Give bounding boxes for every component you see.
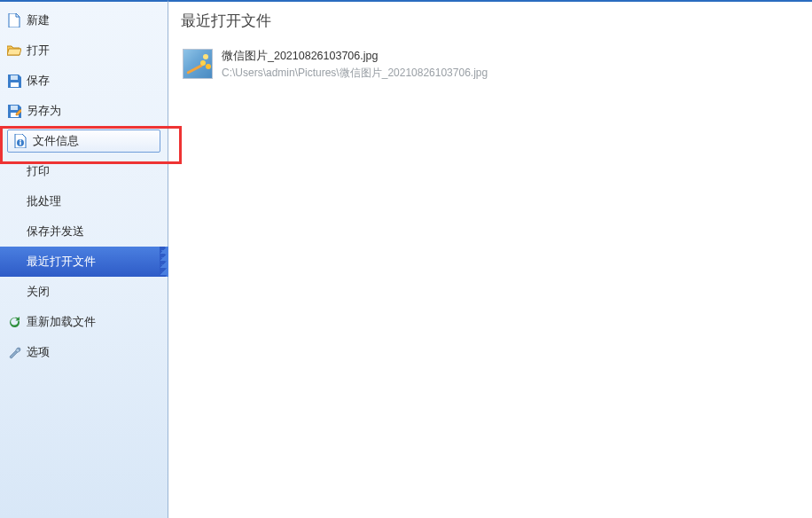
reload-icon [7, 315, 21, 329]
sidebar: 新建 打开 保存 另存为 文件信息 打印 批处理 [0, 0, 168, 518]
svg-rect-6 [20, 140, 21, 142]
blank-icon [7, 285, 21, 299]
svg-rect-0 [11, 75, 18, 80]
file-new-icon [7, 13, 21, 27]
page-title: 最近打开文件 [181, 11, 800, 31]
recent-file-text: 微信图片_20210826103706.jpg C:\Users\admin\P… [222, 49, 488, 81]
menu-label: 另存为 [27, 103, 160, 119]
menu-label: 打印 [27, 163, 160, 179]
menu-recent[interactable]: 最近打开文件 [0, 247, 168, 277]
menu-label: 最近打开文件 [27, 254, 160, 270]
main-panel: 最近打开文件 微信图片_20210826103706.jpg C:\Users\… [168, 0, 812, 518]
menu-close[interactable]: 关闭 [0, 277, 168, 307]
save-as-icon [7, 104, 21, 118]
svg-rect-1 [11, 82, 19, 87]
menu-label: 打开 [27, 43, 160, 59]
blank-icon [7, 224, 21, 239]
save-icon [7, 74, 21, 88]
menu-saveas[interactable]: 另存为 [0, 96, 168, 126]
options-icon [7, 345, 21, 359]
menu-reload[interactable]: 重新加载文件 [0, 307, 168, 337]
image-thumbnail-icon [183, 49, 213, 79]
menu-label: 文件信息 [33, 133, 154, 149]
recent-file-name: 微信图片_20210826103706.jpg [222, 49, 488, 64]
menu-savesend[interactable]: 保存并发送 [0, 216, 168, 247]
menu-label: 保存 [27, 73, 160, 89]
menu-label: 选项 [27, 344, 160, 360]
recent-file-path: C:\Users\admin\Pictures\微信图片_20210826103… [222, 66, 488, 81]
menu-options[interactable]: 选项 [0, 337, 168, 367]
recent-file-item[interactable]: 微信图片_20210826103706.jpg C:\Users\admin\P… [181, 45, 800, 84]
blank-icon [7, 164, 21, 178]
menu-batch[interactable]: 批处理 [0, 186, 168, 216]
file-info-icon [13, 134, 27, 148]
menu-fileinfo[interactable]: 文件信息 [0, 126, 168, 156]
blank-icon [7, 255, 21, 269]
menu-save[interactable]: 保存 [0, 66, 168, 96]
svg-rect-2 [11, 106, 18, 110]
menu-new[interactable]: 新建 [0, 5, 168, 35]
menu-label: 关闭 [27, 284, 160, 300]
menu-open[interactable]: 打开 [0, 35, 168, 66]
blank-icon [7, 194, 21, 208]
menu-print[interactable]: 打印 [0, 156, 168, 186]
menu-label: 重新加载文件 [27, 314, 160, 330]
svg-rect-5 [20, 142, 21, 145]
menu-label: 新建 [27, 12, 160, 28]
folder-open-icon [7, 43, 21, 58]
menu-label: 批处理 [27, 193, 160, 209]
menu-label: 保存并发送 [27, 224, 160, 239]
svg-point-7 [15, 348, 19, 351]
